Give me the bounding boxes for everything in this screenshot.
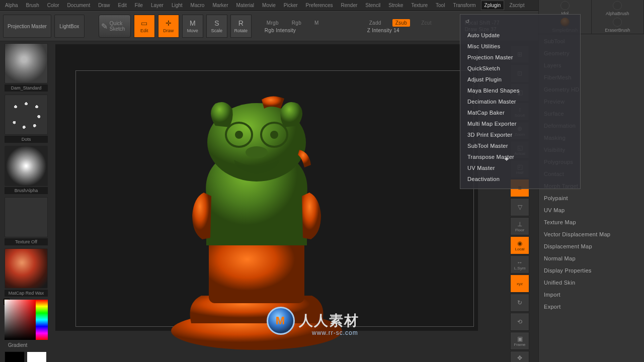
shelf-floor[interactable]: ⊥Floor — [510, 217, 529, 235]
menu-movie[interactable]: Movie — [259, 1, 279, 10]
mode-m[interactable]: M — [312, 19, 321, 27]
lightbox-button[interactable]: LightBox — [54, 15, 85, 38]
shelf-move[interactable]: ✥Move — [510, 351, 529, 362]
shelf-▽[interactable]: ▽ — [510, 198, 529, 216]
color-picker[interactable] — [5, 300, 48, 340]
zplugin-decimation-master[interactable]: Decimation Master — [460, 96, 580, 107]
menu-transform[interactable]: Transform — [450, 1, 478, 10]
mode-rgb[interactable]: Rgb — [290, 19, 303, 27]
shelf-local[interactable]: ◉Local — [510, 236, 529, 254]
menu-file[interactable]: File — [132, 1, 146, 10]
stroke-label: Dots — [5, 136, 48, 143]
primary-color[interactable] — [27, 351, 47, 362]
shelf-frame[interactable]: ▣Frame — [510, 332, 529, 350]
alpha-thumb[interactable] — [5, 146, 48, 186]
panel-uv-map[interactable]: UV Map — [539, 204, 644, 216]
menu-stencil[interactable]: Stencil — [362, 1, 383, 10]
menu-picker[interactable]: Picker — [281, 1, 301, 10]
zplugin-menu: ↺ Auto UpdateMisc UtilitiesProjection Ma… — [460, 14, 581, 189]
tool-alphabrush[interactable]: AlphaBrush — [592, 0, 645, 17]
material-thumb[interactable] — [5, 248, 48, 289]
svg-point-5 — [235, 131, 243, 139]
svg-rect-1 — [209, 240, 304, 303]
panel-normal-map[interactable]: Normal Map — [539, 252, 644, 264]
zplugin-projection-master[interactable]: Projection Master — [460, 52, 580, 63]
menu-zplugin[interactable]: Zplugin — [481, 1, 505, 10]
mode-zadd[interactable]: Zadd — [367, 19, 383, 27]
zplugin-misc-utilities[interactable]: Misc Utilities — [460, 41, 580, 52]
texture-thumb[interactable] — [5, 197, 48, 237]
projection-master-button[interactable]: Projection Master — [3, 15, 51, 38]
secondary-color[interactable] — [5, 351, 25, 362]
menu-stroke[interactable]: Stroke — [385, 1, 406, 10]
panel-unified-skin[interactable]: Unified Skin — [539, 277, 644, 289]
panel-vector-displacement-map[interactable]: Vector Displacement Map — [539, 228, 644, 240]
shelf-⟲[interactable]: ⟲ — [510, 313, 529, 331]
svg-point-7 — [246, 146, 268, 158]
z-modes: ZaddZsubZcut Z Intensity 14 — [367, 19, 434, 33]
rotate-button[interactable]: RRotate — [230, 15, 252, 38]
shelf-↻[interactable]: ↻ — [510, 294, 529, 312]
panel-display-properties[interactable]: Display Properties — [539, 264, 644, 277]
brush-thumb[interactable] — [5, 43, 48, 83]
zplugin-uv-master[interactable]: UV Master — [460, 162, 580, 173]
shelf-l.sym[interactable]: ↔L.Sym — [510, 255, 529, 274]
zplugin-adjust-plugin[interactable]: Adjust Plugin — [460, 74, 580, 85]
scale-button[interactable]: SScale — [206, 15, 227, 38]
zplugin-deactivation[interactable]: Deactivation — [460, 173, 580, 185]
mode-zsub[interactable]: Zsub — [392, 19, 410, 27]
panel-export[interactable]: Export — [539, 301, 644, 313]
rgb-intensity-label: Rgb Intensity — [265, 28, 321, 33]
alpha-label: BrushAlpha — [5, 187, 48, 194]
menu-render[interactable]: Render — [338, 1, 361, 10]
left-palette: Dam_Standard Dots BrushAlpha Texture Off… — [0, 41, 52, 362]
shelf-xyz[interactable]: xyz — [510, 275, 529, 293]
menu-macro[interactable]: Macro — [188, 1, 208, 10]
edit-button[interactable]: ▭Edit — [134, 15, 155, 38]
panel-polypaint[interactable]: Polypaint — [539, 192, 644, 204]
menu-marker[interactable]: Marker — [209, 1, 231, 10]
viewport[interactable] — [55, 44, 478, 331]
z-intensity-label: Z Intensity 14 — [367, 28, 434, 33]
zplugin-subtool-master[interactable]: SubTool Master — [460, 140, 580, 151]
gradient-label[interactable]: Gradient — [7, 341, 50, 349]
draw-button[interactable]: ✛Draw — [158, 15, 179, 38]
menu-alpha[interactable]: Alpha — [2, 1, 21, 10]
menu-document[interactable]: Document — [64, 1, 94, 10]
quicksketch-button[interactable]: ✎Quick Sketch — [99, 15, 131, 38]
menu-texture[interactable]: Texture — [408, 1, 431, 10]
panel-import[interactable]: Import — [539, 289, 644, 301]
zplugin-auto-update[interactable]: Auto Update — [460, 30, 580, 41]
menu-color[interactable]: Color — [44, 1, 62, 10]
svg-point-6 — [270, 131, 278, 139]
material-label: MatCap Red Wax — [5, 290, 48, 297]
menu-light[interactable]: Light — [169, 1, 186, 10]
watermark-text: 人人素材 — [299, 311, 359, 330]
watermark-url: www.rr-sc.com — [312, 329, 358, 336]
zplugin-maya-blend-shapes[interactable]: Maya Blend Shapes — [460, 85, 580, 96]
menu-draw[interactable]: Draw — [95, 1, 113, 10]
menu-preferences[interactable]: Preferences — [303, 1, 336, 10]
menu-layer[interactable]: Layer — [148, 1, 167, 10]
panel-texture-map[interactable]: Texture Map — [539, 216, 644, 228]
color-switches — [5, 351, 48, 362]
menu-zscript[interactable]: Zscript — [506, 1, 527, 10]
zplugin-matcap-baker[interactable]: MatCap Baker — [460, 107, 580, 118]
zplugin-multi-map-exporter[interactable]: Multi Map Exporter — [460, 118, 580, 129]
menu-tool[interactable]: Tool — [433, 1, 448, 10]
stroke-thumb[interactable] — [5, 95, 48, 135]
move-button[interactable]: MMove — [182, 15, 203, 38]
zplugin-quicksketch[interactable]: QuickSketch — [460, 63, 580, 74]
panel-displacement-map[interactable]: Displacement Map — [539, 240, 644, 252]
mode-zcut[interactable]: Zcut — [419, 19, 434, 27]
watermark-logo-icon: M — [267, 307, 295, 335]
texture-label: Texture Off — [5, 238, 48, 245]
history-icon[interactable]: ↺ — [465, 19, 473, 27]
menu-material[interactable]: Material — [233, 1, 258, 10]
zplugin-3d-print-exporter[interactable]: 3D Print Exporter — [460, 129, 580, 140]
mode-mrgb[interactable]: Mrgb — [265, 19, 281, 27]
menu-brush[interactable]: Brush — [23, 1, 42, 10]
zplugin-transpose-master[interactable]: Transpose Master — [460, 151, 580, 162]
tool-eraserbrush[interactable]: EraserBrush — [592, 17, 645, 34]
menu-edit[interactable]: Edit — [115, 1, 130, 10]
